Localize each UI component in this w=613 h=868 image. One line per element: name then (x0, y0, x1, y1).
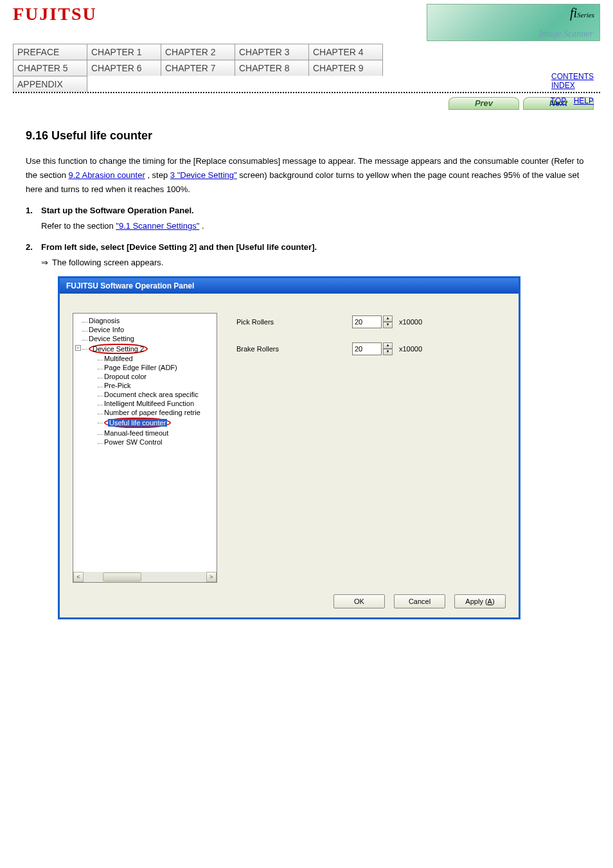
contents-link[interactable]: CONTENTS (551, 72, 594, 81)
tree-multifeed[interactable]: Multifeed (98, 354, 217, 363)
brake-rollers-input[interactable] (352, 342, 382, 355)
tab-chapter-6[interactable]: CHAPTER 6 (87, 60, 161, 76)
fi-series-banner: fiSeries Image Scanner (427, 4, 600, 41)
scroll-thumb[interactable] (103, 572, 141, 581)
ok-button[interactable]: OK (333, 594, 385, 608)
settings-panel: Pick Rollers ▲ ▼ x10000 Bra (217, 313, 506, 583)
pick-rollers-up[interactable]: ▲ (383, 315, 393, 322)
step-2-text: From left side, select [Device Setting 2… (41, 242, 587, 252)
tab-chapter-1[interactable]: CHAPTER 1 (87, 44, 161, 60)
step-1-text: Start up the Software Operation Panel. (41, 206, 587, 215)
tree-dropout-color[interactable]: Dropout color (98, 372, 217, 381)
brake-rollers-up[interactable]: ▲ (383, 342, 393, 349)
index-link[interactable]: INDEX (551, 81, 575, 90)
tree-power-sw-control[interactable]: Power SW Control (98, 438, 217, 447)
tree-paper-feed-retries[interactable]: Number of paper feeding retrie (98, 408, 217, 417)
tree-diagnosis[interactable]: Diagnosis (82, 316, 217, 325)
tree-scrollbar[interactable]: < > (73, 572, 217, 582)
help-link[interactable]: HELP (574, 96, 594, 105)
tree-doc-check-area[interactable]: Document check area specific (98, 390, 217, 399)
section-title: 9.16 Useful life counter (26, 129, 587, 143)
tab-chapter-8[interactable]: CHAPTER 8 (235, 60, 309, 76)
tree-device-setting-2[interactable]: − Device Setting 2 Multifeed Page Edge F… (82, 343, 217, 447)
help-links: TOP HELP (551, 96, 594, 105)
abrasion-counter-link[interactable]: 9.2 Abrasion counter (69, 170, 145, 180)
tree-pre-pick[interactable]: Pre-Pick (98, 381, 217, 390)
tab-chapter-2[interactable]: CHAPTER 2 (161, 44, 235, 60)
tab-chapter-3[interactable]: CHAPTER 3 (235, 44, 309, 60)
highlight-useful-life-counter: Useful life counter (104, 418, 171, 428)
tree-device-setting[interactable]: Device Setting (82, 334, 217, 343)
tree-useful-life-counter[interactable]: Useful life counter (98, 417, 217, 429)
arrow-icon: ⇒ (41, 256, 48, 270)
tab-chapter-9[interactable]: CHAPTER 9 (308, 60, 383, 76)
tab-chapter-4[interactable]: CHAPTER 4 (308, 44, 383, 60)
tree-page-edge-filler[interactable]: Page Edge Filler (ADF) (98, 363, 217, 372)
tab-chapter-7[interactable]: CHAPTER 7 (161, 60, 235, 76)
brake-rollers-multiplier: x10000 (399, 345, 422, 353)
fujitsu-logo: FUJITSU (13, 4, 97, 24)
banner-scanner-text: Image Scanner (539, 29, 593, 39)
step-2-result: The following screen appears. (52, 256, 163, 270)
banner-fi-text: fiSeries (570, 6, 594, 21)
apply-button[interactable]: Apply (A) (454, 594, 506, 608)
top-link[interactable]: TOP (551, 96, 566, 105)
highlight-device-setting-2: Device Setting 2 (89, 344, 148, 354)
scroll-track[interactable] (84, 572, 206, 582)
doc-top-links: CONTENTS INDEX (547, 72, 594, 90)
scroll-left-button[interactable]: < (73, 572, 84, 582)
tree-panel: Diagnosis Device Info Device Setting − D… (73, 313, 217, 583)
logo-text: FUJITSU (13, 4, 97, 24)
software-operation-panel-dialog: FUJITSU Software Operation Panel Diagnos… (58, 276, 520, 619)
scanner-settings-link[interactable]: "9.1 Scanner Settings" (116, 221, 199, 231)
step-1-number: 1. (26, 206, 41, 215)
scroll-right-button[interactable]: > (206, 572, 217, 582)
tree-intelligent-multifeed[interactable]: Intelligent Multifeed Function (98, 399, 217, 408)
device-setting-link[interactable]: 3 "Device Setting" (170, 170, 237, 180)
dialog-titlebar: FUJITSU Software Operation Panel (60, 278, 519, 294)
step-2-number: 2. (26, 242, 41, 252)
tab-chapter-5[interactable]: CHAPTER 5 (13, 60, 87, 76)
tree-manual-feed-timeout[interactable]: Manual-feed timeout (98, 429, 217, 438)
brake-rollers-label: Brake Rollers (236, 345, 352, 353)
tree-expander-icon[interactable]: − (75, 345, 81, 351)
chapter-nav: PREFACE CHAPTER 1 CHAPTER 2 CHAPTER 3 CH… (13, 44, 600, 93)
pick-rollers-down[interactable]: ▼ (383, 322, 393, 328)
tab-appendix[interactable]: APPENDIX (13, 76, 87, 92)
tab-preface[interactable]: PREFACE (13, 44, 87, 60)
brake-rollers-down[interactable]: ▼ (383, 349, 393, 355)
pick-rollers-input[interactable] (352, 315, 382, 328)
prev-button[interactable]: Prev (449, 97, 519, 110)
pick-rollers-multiplier: x10000 (399, 318, 422, 326)
cancel-button[interactable]: Cancel (394, 594, 445, 608)
tree-device-info[interactable]: Device Info (82, 325, 217, 334)
pick-rollers-label: Pick Rollers (236, 318, 352, 326)
section-intro: Use this function to change the timing f… (26, 154, 587, 197)
